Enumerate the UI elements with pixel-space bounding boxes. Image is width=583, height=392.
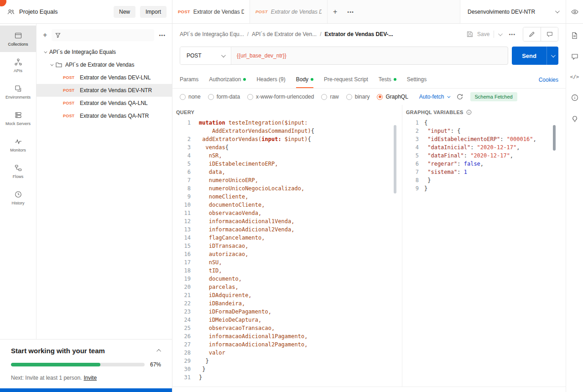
url-input[interactable]: {{url_base_dev_ntr}} (231, 47, 508, 64)
top-header: Projeto Equals New Import POST Extrator … (0, 0, 583, 24)
lightbulb-icon[interactable] (571, 115, 578, 123)
edit-description-button[interactable] (523, 27, 541, 41)
tab-body[interactable]: Body (296, 71, 313, 88)
variables-code: 1{2"input": {3"idEstabelecimentoERP": "0… (402, 119, 566, 193)
radio-icon (208, 94, 214, 100)
line-number: 26 (172, 332, 191, 340)
request-item-qa-lnl[interactable]: POST Extrator de Vendas QA-LNL (36, 97, 172, 110)
body-type-raw[interactable]: raw (321, 94, 338, 100)
sidebar-item-collections[interactable]: Collections (0, 26, 36, 52)
environment-selector[interactable]: Desenvolvimento DEV-NTR (460, 0, 566, 23)
response-section-divider[interactable] (172, 387, 566, 392)
request-item-qa-ntr[interactable]: POST Extrator de Vendas QA-NTR (36, 110, 172, 122)
query-editor[interactable]: QUERY 1mutation testeIntegration($input:… (172, 105, 402, 387)
send-options-button[interactable] (547, 47, 558, 65)
body-type-row: none form-data x-www-form-urlencoded raw… (172, 89, 566, 105)
code-line: 3"idEstabelecimentoERP": "000016", (402, 135, 566, 143)
body-type-urlencoded[interactable]: x-www-form-urlencoded (247, 94, 314, 100)
team-progress-bar (11, 363, 145, 366)
invite-link[interactable]: Invite (83, 375, 97, 381)
auto-fetch-dropdown[interactable]: Auto-fetch (419, 94, 449, 100)
sidebar-item-monitors[interactable]: Monitors (0, 131, 36, 158)
workspace-name[interactable]: Projeto Equals (19, 8, 58, 15)
collapse-card-icon[interactable] (156, 349, 161, 354)
documentation-icon[interactable] (571, 32, 578, 39)
request-name: Extrator de Vendas QA-LNL (80, 100, 148, 106)
line-number: 6 (402, 160, 419, 168)
sidebar-item-environments[interactable]: Environments (0, 78, 36, 105)
save-button-group: Save (467, 31, 501, 38)
query-scrollbar[interactable] (394, 125, 396, 193)
add-collection-button[interactable]: + (43, 31, 47, 39)
variables-scrollbar[interactable] (553, 125, 556, 151)
new-tab-button[interactable]: + (328, 0, 343, 23)
comments-button[interactable] (541, 27, 558, 41)
code-line: 31} (172, 373, 402, 382)
sidebar-item-apis[interactable]: APIs (0, 52, 36, 78)
code-line: 12informacaoAdicional1Venda, (172, 217, 402, 225)
workspace-header: Projeto Equals New Import (0, 0, 172, 23)
option-label: x-www-form-urlencoded (256, 94, 314, 100)
request-url-bar: POST {{url_base_dev_ntr}} (180, 47, 508, 65)
chevron-down-icon (50, 63, 53, 66)
body-type-binary[interactable]: binary (346, 94, 370, 100)
body-type-form-data[interactable]: form-data (208, 94, 240, 100)
chevron-down-icon (555, 9, 560, 13)
import-button[interactable]: Import (140, 6, 167, 18)
cookies-link[interactable]: Cookies (539, 77, 558, 83)
info-icon[interactable] (571, 94, 578, 101)
tab-params[interactable]: Params (180, 71, 198, 88)
breadcrumb-folder[interactable]: API´s de Extrator de Ven... (252, 31, 317, 37)
save-options-chevron-icon[interactable] (498, 31, 503, 36)
tab-options-button[interactable]: ••• (343, 0, 359, 23)
filter-input[interactable] (52, 29, 154, 41)
team-progress-fill (11, 363, 100, 366)
body-type-none[interactable]: none (180, 94, 201, 100)
sidebar-item-flows[interactable]: Flows (0, 158, 36, 184)
tab-settings[interactable]: Settings (407, 71, 427, 88)
body-type-graphql[interactable]: GraphQL (377, 94, 408, 100)
tab-header: POST Extrator de Vendas DEV POST Extrato… (172, 0, 583, 23)
code-line: 5"dataFinal": "2020-12-17", (402, 152, 566, 160)
tab-headers[interactable]: Headers (9) (256, 71, 285, 88)
collection-root[interactable]: API´s de Integração Equals (36, 46, 172, 58)
variables-editor[interactable]: GRAPHQL VARIABLES 1{2"input": {3"idEstab… (402, 105, 566, 387)
query-header-label: QUERY (176, 110, 194, 115)
request-item-dev-ntr[interactable]: POST Extrator de Vendas DEV-NTR (36, 84, 172, 97)
code-line: 9} (402, 184, 566, 193)
tab-method-badge: POST (255, 9, 268, 14)
divider (494, 31, 494, 38)
sidebar-item-mock-servers[interactable]: Mock Servers (0, 105, 36, 131)
comment-icon (547, 31, 553, 37)
open-tab-1[interactable]: POST Extrator de Vendas DEV (172, 0, 250, 23)
comment-icon[interactable] (571, 53, 578, 60)
send-button-group: Send (512, 47, 558, 65)
save-icon (467, 31, 473, 37)
method-badge: POST (63, 88, 77, 93)
code-snippet-icon[interactable]: </> (570, 74, 579, 80)
method-badge: POST (63, 75, 77, 80)
code-line: 16autorizacao, (172, 250, 402, 258)
tab-pre-request-script[interactable]: Pre-request Script (324, 71, 368, 88)
request-more-actions-button[interactable]: ••• (509, 31, 515, 37)
open-tab-2[interactable]: POST Extrator de Vendas DEV (250, 0, 328, 23)
url-variable: {{url_base_dev_ntr}} (237, 52, 286, 59)
sidebar-item-history[interactable]: History (0, 184, 36, 211)
request-item-dev-lnl[interactable]: POST Extrator de Vendas DEV-LNL (36, 71, 172, 84)
refresh-schema-icon[interactable] (457, 94, 463, 100)
eye-icon[interactable] (571, 8, 578, 16)
save-button[interactable]: Save (477, 31, 489, 37)
sidebar-more-button[interactable]: ••• (159, 32, 166, 38)
line-number: 9 (402, 184, 419, 193)
method-selector[interactable]: POST (180, 47, 231, 64)
collection-folder[interactable]: API´s de Extrator de Vendas (36, 58, 172, 71)
tab-authorization[interactable]: Authorization (209, 71, 246, 88)
variables-header: GRAPHQL VARIABLES (402, 109, 566, 119)
line-number: 7 (172, 176, 191, 184)
line-number: 3 (402, 135, 419, 143)
tab-tests[interactable]: Tests (379, 71, 396, 88)
breadcrumb-request[interactable]: Extrator de Vendas DEV-... (325, 31, 393, 37)
new-button[interactable]: New (114, 6, 135, 18)
breadcrumb-collection[interactable]: API´s de Integração Equ... (180, 31, 244, 37)
send-button[interactable]: Send (512, 47, 547, 65)
